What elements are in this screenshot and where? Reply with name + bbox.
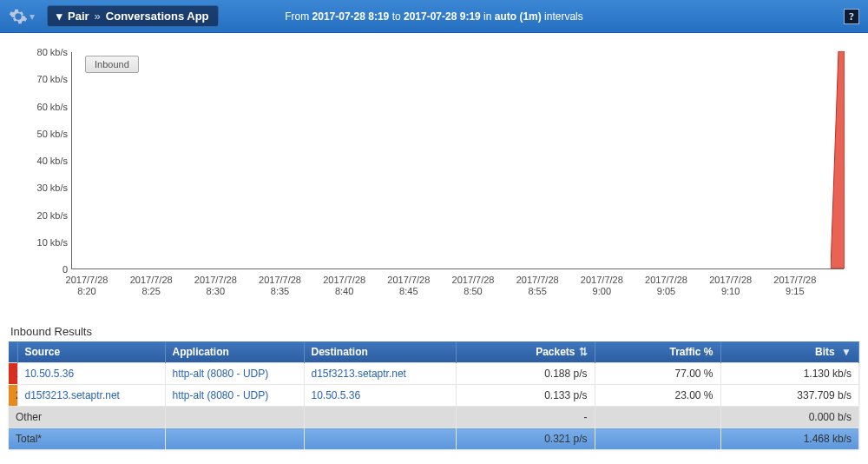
col-swatch <box>9 341 17 363</box>
col-traffic[interactable]: Traffic % <box>595 341 720 363</box>
results-title: Inbound Results <box>10 325 859 338</box>
x-tick: 2017/7/288:50 <box>443 275 503 297</box>
sort-desc-icon: ▼ <box>838 346 852 358</box>
cell-packets: 0.133 p/s <box>456 385 595 407</box>
svg-marker-0 <box>831 51 845 268</box>
total-bits: 1.468 kb/s <box>720 428 859 450</box>
cell-packets: 0.188 p/s <box>456 363 595 385</box>
table-row[interactable]: 1 10.50.5.36 http-alt (8080 - UDP) d15f3… <box>9 363 859 385</box>
col-source[interactable]: Source <box>17 341 165 363</box>
cell-bits: 1.130 kb/s <box>720 363 859 385</box>
range-start: 2017-07-28 8:19 <box>312 10 390 23</box>
total-traffic <box>595 428 720 450</box>
x-tick: 2017/7/289:15 <box>765 275 825 297</box>
series-spike <box>831 51 845 268</box>
time-range[interactable]: From 2017-07-28 8:19 to 2017-07-28 9:19 … <box>285 10 583 23</box>
cell-source[interactable]: d15f3213.setaptr.net <box>17 385 165 407</box>
other-packets: - <box>456 407 595 428</box>
header-bar: ▾ ▾ Pair » Conversations App From 2017-0… <box>0 0 868 33</box>
range-end: 2017-07-28 9:19 <box>404 10 481 23</box>
x-tick: 2017/7/288:35 <box>250 275 311 297</box>
range-interval: auto (1m) <box>495 10 542 23</box>
settings-menu[interactable]: ▾ <box>9 7 35 26</box>
x-axis: 2017/7/288:202017/7/288:252017/7/288:302… <box>71 275 844 304</box>
y-tick: 10 kb/s <box>19 237 68 248</box>
y-tick: 20 kb/s <box>19 210 68 221</box>
col-packets[interactable]: Packets⇅ <box>456 341 595 363</box>
x-tick: 2017/7/288:25 <box>121 275 181 297</box>
breadcrumb-page: Conversations App <box>106 10 209 23</box>
y-axis: 010 kb/s20 kb/s30 kb/s40 kb/s50 kb/s60 k… <box>23 52 68 269</box>
table-header-row: Source Application Destination Packets⇅ … <box>9 341 859 363</box>
table-row[interactable]: 2 d15f3213.setaptr.net http-alt (8080 - … <box>9 385 859 407</box>
gear-icon <box>9 7 28 26</box>
dropdown-caret-icon: ▾ <box>30 10 35 23</box>
col-bits[interactable]: Bits ▼ <box>720 341 859 363</box>
chart-area: 010 kb/s20 kb/s30 kb/s40 kb/s50 kb/s60 k… <box>0 33 868 308</box>
y-tick: 40 kb/s <box>19 156 68 166</box>
table-row-total: Total* 0.321 p/s 1.468 kb/s <box>9 428 859 450</box>
legend-inbound[interactable]: Inbound <box>85 56 139 73</box>
x-tick: 2017/7/289:10 <box>700 275 761 297</box>
x-tick: 2017/7/288:40 <box>314 275 375 297</box>
y-tick: 70 kb/s <box>19 74 68 84</box>
y-tick: 50 kb/s <box>19 129 68 139</box>
table-row-other[interactable]: Other - 0.000 b/s <box>9 407 859 428</box>
y-tick: 80 kb/s <box>19 47 68 57</box>
x-tick: 2017/7/288:30 <box>185 275 246 297</box>
y-tick: 0 <box>19 264 68 275</box>
other-label: Other <box>9 407 165 428</box>
breadcrumb-caret-icon: ▾ <box>56 10 62 23</box>
help-button[interactable]: ? <box>844 9 859 24</box>
total-packets: 0.321 p/s <box>456 428 595 450</box>
cell-traffic: 23.00 % <box>595 385 720 407</box>
cell-bits: 337.709 b/s <box>720 385 859 407</box>
y-tick: 60 kb/s <box>19 102 68 112</box>
x-tick: 2017/7/288:45 <box>378 275 439 297</box>
breadcrumb-root: Pair <box>68 10 89 23</box>
x-tick: 2017/7/288:20 <box>56 275 117 297</box>
breadcrumb-sep: » <box>95 10 101 23</box>
row-swatch: 1 <box>9 363 17 385</box>
cell-application[interactable]: http-alt (8080 - UDP) <box>165 363 304 385</box>
y-tick: 30 kb/s <box>19 182 68 193</box>
row-swatch: 2 <box>9 385 17 407</box>
cell-destination[interactable]: 10.50.5.36 <box>304 385 456 407</box>
results-section: Inbound Results Source Application Desti… <box>0 325 868 449</box>
col-application[interactable]: Application <box>165 341 304 363</box>
x-tick: 2017/7/289:05 <box>636 275 697 297</box>
cell-traffic: 77.00 % <box>595 363 720 385</box>
col-destination[interactable]: Destination <box>304 341 456 363</box>
other-traffic <box>595 407 720 428</box>
chart-plot[interactable]: Inbound <box>71 52 844 269</box>
x-tick: 2017/7/288:55 <box>507 275 568 297</box>
total-label: Total* <box>9 428 165 450</box>
cell-source[interactable]: 10.50.5.36 <box>17 363 165 385</box>
other-bits: 0.000 b/s <box>720 407 859 428</box>
cell-destination[interactable]: d15f3213.setaptr.net <box>304 363 456 385</box>
breadcrumb[interactable]: ▾ Pair » Conversations App <box>47 5 219 27</box>
sort-icon: ⇅ <box>579 346 588 358</box>
cell-application[interactable]: http-alt (8080 - UDP) <box>165 385 304 407</box>
results-table: Source Application Destination Packets⇅ … <box>9 341 859 449</box>
x-tick: 2017/7/289:00 <box>571 275 632 297</box>
